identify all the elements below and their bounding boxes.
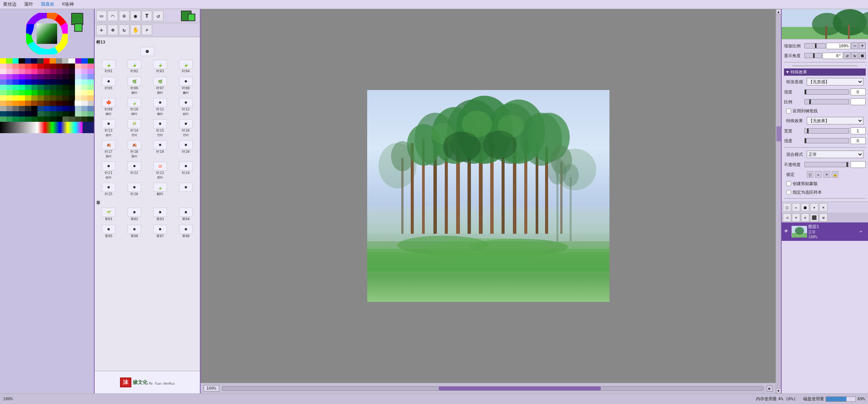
swatch-x14[interactable] bbox=[81, 106, 88, 111]
swatch-q11[interactable] bbox=[62, 69, 69, 74]
bg-color-box[interactable] bbox=[188, 14, 195, 21]
swatch-z1[interactable] bbox=[0, 117, 6, 122]
swatch-u4[interactable] bbox=[19, 90, 25, 95]
layer-eye-icon[interactable]: 👁 bbox=[784, 228, 790, 235]
brush-item-ye10[interactable]: 🍃 叶10树叶 bbox=[122, 97, 147, 117]
strength2-input[interactable]: 0 bbox=[851, 137, 866, 144]
text-btn[interactable]: T bbox=[142, 11, 152, 21]
swatch-y2[interactable] bbox=[6, 111, 13, 117]
swatch-r13[interactable] bbox=[75, 74, 81, 79]
brush-item-ye01[interactable]: 🍃 叶01 bbox=[96, 59, 121, 75]
swatch-y13[interactable] bbox=[75, 111, 81, 117]
brush-item-ye19[interactable]: 叶19 bbox=[148, 139, 173, 160]
swatch-u6[interactable] bbox=[31, 90, 38, 95]
hand-btn[interactable]: ✋ bbox=[130, 25, 141, 35]
swatch-z7[interactable] bbox=[37, 117, 44, 122]
brush-item-ye04[interactable]: 🍃 叶04 bbox=[173, 59, 198, 75]
clip-mask-checkbox[interactable] bbox=[786, 181, 791, 186]
swatch-darkblue[interactable] bbox=[25, 58, 31, 64]
swatch-t10[interactable] bbox=[56, 85, 63, 90]
swatch-y8[interactable] bbox=[44, 111, 50, 117]
swatch-r10[interactable] bbox=[56, 74, 63, 79]
swatch-s6[interactable] bbox=[31, 79, 38, 85]
swatch-w13[interactable] bbox=[75, 101, 81, 106]
brush-item-ye09[interactable]: 🍁 叶09枫叶 bbox=[96, 97, 121, 117]
color-wheel-svg[interactable] bbox=[26, 13, 68, 54]
swatch-navy[interactable] bbox=[31, 58, 37, 64]
brush-item-ye14[interactable]: 🎋 叶14竹叶 bbox=[122, 118, 147, 138]
swatch-p10[interactable] bbox=[56, 64, 63, 69]
swatch-s14[interactable] bbox=[81, 79, 88, 85]
swatch-v6[interactable] bbox=[31, 95, 38, 101]
strength-input[interactable]: 0 bbox=[851, 89, 866, 95]
brush-item-ye12[interactable]: 叶12枝叶 bbox=[173, 97, 198, 117]
swatch-x10[interactable] bbox=[56, 106, 63, 111]
swatch-r2[interactable] bbox=[6, 74, 13, 79]
swatch-q14[interactable] bbox=[81, 69, 88, 74]
brush-item-ye23[interactable]: 🪷 叶23荷叶 bbox=[148, 160, 173, 181]
swatch-s13[interactable] bbox=[75, 79, 81, 85]
layer-tool-a[interactable]: ◁ bbox=[783, 213, 791, 222]
swatch-u5[interactable] bbox=[25, 90, 31, 95]
swatch-q8[interactable] bbox=[44, 69, 50, 74]
swatch-x9[interactable] bbox=[50, 106, 56, 111]
ratio-slider[interactable] bbox=[804, 99, 849, 104]
brush-item-ye07[interactable]: 🌿 叶07柳叶 bbox=[148, 76, 173, 96]
swatch-u11[interactable] bbox=[62, 90, 69, 95]
swatch-x8[interactable] bbox=[44, 106, 50, 111]
swatch-p9[interactable] bbox=[50, 64, 56, 69]
swatch-r15[interactable] bbox=[87, 74, 94, 79]
swatch-v10[interactable] bbox=[56, 95, 63, 101]
brush-item-ye08[interactable]: 叶08嫩叶 bbox=[173, 76, 198, 96]
swatch-v2[interactable] bbox=[6, 95, 13, 101]
swatch-v1[interactable] bbox=[0, 95, 6, 101]
swatch-s8[interactable] bbox=[44, 79, 50, 85]
swatch-r11[interactable] bbox=[62, 74, 69, 79]
swatch-red1[interactable] bbox=[44, 58, 50, 64]
swatch-p1[interactable] bbox=[0, 64, 6, 69]
swatch-z14[interactable] bbox=[81, 117, 88, 122]
swatch-black1[interactable] bbox=[19, 58, 25, 64]
brush-item-ye22[interactable]: 叶22 bbox=[122, 160, 147, 181]
swatch-r4[interactable] bbox=[19, 74, 25, 79]
swatch-y9[interactable] bbox=[50, 111, 56, 117]
angle-reset-btn[interactable]: ↺ bbox=[844, 52, 851, 59]
swatch-w1[interactable] bbox=[0, 101, 6, 106]
swatch-w2[interactable] bbox=[6, 101, 12, 106]
color-picker-square[interactable] bbox=[37, 23, 57, 44]
strength-slider[interactable] bbox=[804, 89, 849, 95]
swatch-s5[interactable] bbox=[25, 79, 31, 85]
brush-item-ye26[interactable]: 叶26 bbox=[122, 182, 147, 198]
swatch-s9[interactable] bbox=[50, 79, 56, 85]
swatch-q7[interactable] bbox=[37, 69, 44, 74]
canvas-hscroll-track[interactable] bbox=[222, 386, 764, 391]
swatch-x11[interactable] bbox=[62, 106, 69, 111]
swatch-z10[interactable] bbox=[56, 117, 63, 122]
swatch-r7[interactable] bbox=[37, 74, 44, 79]
brush-item-ye25[interactable]: 叶25 bbox=[96, 182, 121, 198]
swatch-x13[interactable] bbox=[75, 106, 81, 111]
swatch-v9[interactable] bbox=[50, 95, 56, 101]
swatch-lime[interactable] bbox=[6, 58, 12, 64]
brush-item-ye15[interactable]: 叶15竹叶 bbox=[148, 118, 173, 138]
swatch-q10[interactable] bbox=[56, 69, 63, 74]
swatch-t11[interactable] bbox=[62, 85, 69, 90]
swatch-z13[interactable] bbox=[75, 117, 81, 122]
lasso-btn[interactable]: ⌒ bbox=[108, 11, 118, 21]
layer-group-btn[interactable]: ■ bbox=[801, 203, 809, 211]
swatch-r14[interactable] bbox=[81, 74, 88, 79]
lock-move-btn[interactable]: + bbox=[823, 171, 830, 178]
swatch-y11[interactable] bbox=[62, 111, 69, 117]
color-gradient-bar[interactable] bbox=[0, 122, 83, 133]
swatch-w12[interactable] bbox=[68, 101, 74, 106]
swatch-blue2[interactable] bbox=[81, 58, 87, 64]
swatch-q3[interactable] bbox=[12, 69, 19, 74]
swatch-y6[interactable] bbox=[31, 111, 38, 117]
selection-sample-radio[interactable] bbox=[786, 190, 791, 195]
brush-item-ye17[interactable]: 🍂 叶17落叶 bbox=[96, 139, 121, 160]
swatch-x5[interactable] bbox=[25, 106, 31, 111]
swatch-x2[interactable] bbox=[6, 106, 13, 111]
brush-item-cao03[interactable]: 草03 bbox=[148, 207, 173, 223]
brush-item-ye24[interactable]: 叶24 bbox=[173, 160, 198, 181]
brush-item-ye13[interactable]: 叶13枝叶 bbox=[96, 118, 121, 138]
